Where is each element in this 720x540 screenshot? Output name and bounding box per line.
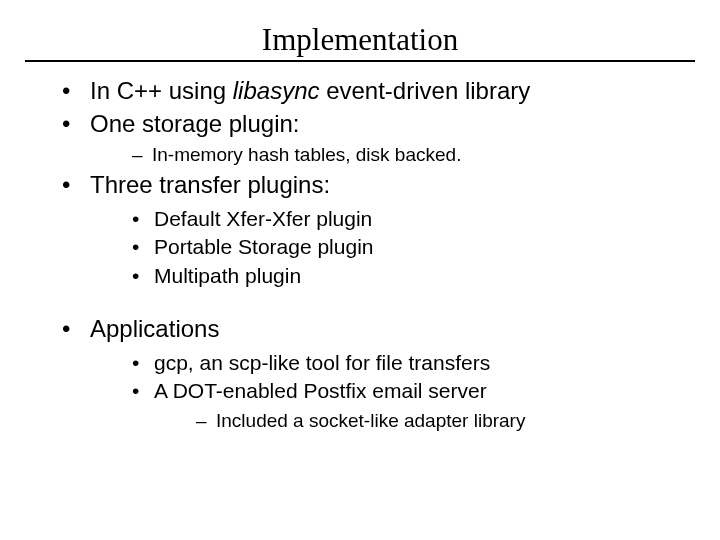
sub-bullet-text: Multipath plugin [154, 264, 301, 287]
bullet-text: In C++ using [90, 77, 233, 104]
bullet-item: One storage plugin: In-memory hash table… [62, 109, 720, 168]
sub-bullet-item: Multipath plugin [132, 262, 720, 290]
bullet-text: Three transfer plugins: [90, 171, 330, 198]
bullet-text: Applications [90, 315, 219, 342]
sub-bullet-text: A DOT-enabled Postfix email server [154, 379, 487, 402]
title-block: Implementation [0, 22, 720, 62]
sub-bullet-text: Default Xfer-Xfer plugin [154, 207, 372, 230]
sub-bullet-item: A DOT-enabled Postfix email server Inclu… [132, 377, 720, 434]
sub-bullet-text: gcp, an scp-like tool for file transfers [154, 351, 490, 374]
bullet-list: In C++ using libasync event-driven libra… [0, 76, 720, 290]
sub-bullet-item: gcp, an scp-like tool for file transfers [132, 349, 720, 377]
sub-list: gcp, an scp-like tool for file transfers… [90, 349, 720, 434]
bullet-list: Applications gcp, an scp-like tool for f… [0, 314, 720, 434]
sub-list: Default Xfer-Xfer plugin Portable Storag… [90, 205, 720, 290]
sub-sub-bullet-item: Included a socket-like adapter library [196, 409, 720, 434]
spacer [0, 292, 720, 314]
sub-sub-bullet-text: Included a socket-like adapter library [216, 410, 525, 431]
sub-list: In-memory hash tables, disk backed. [90, 143, 720, 168]
sub-sub-list: Included a socket-like adapter library [154, 409, 720, 434]
bullet-item: Applications gcp, an scp-like tool for f… [62, 314, 720, 434]
bullet-text: event-driven library [319, 77, 530, 104]
bullet-item: In C++ using libasync event-driven libra… [62, 76, 720, 107]
sub-bullet-text: Portable Storage plugin [154, 235, 374, 258]
sub-bullet-item: Default Xfer-Xfer plugin [132, 205, 720, 233]
slide-title: Implementation [0, 22, 720, 60]
sub-bullet-item: Portable Storage plugin [132, 233, 720, 261]
sub-bullet-text: In-memory hash tables, disk backed. [152, 144, 461, 165]
slide-content: In C++ using libasync event-driven libra… [0, 62, 720, 434]
slide: Implementation In C++ using libasync eve… [0, 22, 720, 540]
title-underline [25, 60, 695, 62]
bullet-text: One storage plugin: [90, 110, 299, 137]
sub-bullet-item: In-memory hash tables, disk backed. [132, 143, 720, 168]
bullet-item: Three transfer plugins: Default Xfer-Xfe… [62, 170, 720, 290]
bullet-text-italic: libasync [233, 77, 320, 104]
